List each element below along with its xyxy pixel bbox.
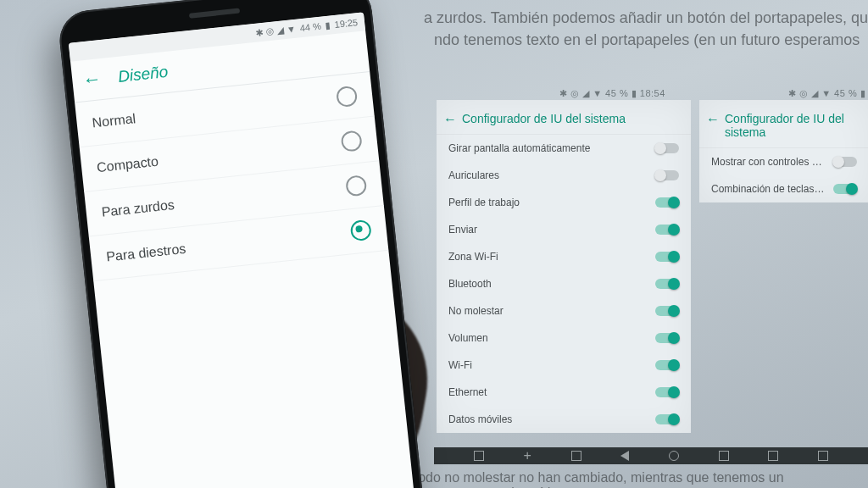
nav-square-icon bbox=[571, 451, 581, 461]
background-text-line: a zurdos. También podemos añadir un botó… bbox=[424, 7, 868, 30]
status-icons: ✱ ◎ ◢ ▼ bbox=[255, 23, 296, 38]
bg-row-label: Perfil de trabajo bbox=[448, 197, 655, 208]
toggle-switch[interactable] bbox=[833, 184, 857, 194]
radio-button[interactable] bbox=[345, 175, 367, 197]
toggle-switch[interactable] bbox=[655, 143, 679, 153]
bg-row-label: Ethernet bbox=[448, 386, 655, 398]
bg-toggle-row[interactable]: Auriculares bbox=[437, 162, 691, 189]
toggle-switch[interactable] bbox=[655, 414, 679, 424]
toggle-switch[interactable] bbox=[655, 333, 679, 343]
toggle-switch[interactable] bbox=[655, 252, 679, 262]
toggle-switch[interactable] bbox=[655, 387, 679, 397]
bg-toggle-row[interactable]: Bluetooth bbox=[437, 270, 691, 297]
bg-panel-header: ← Configurador de IU del sistema bbox=[699, 103, 868, 148]
bg-toggle-row[interactable]: Volumen bbox=[437, 324, 691, 352]
bg-toggle-row[interactable]: Perfil de trabajo bbox=[437, 189, 691, 216]
bg-panel-header: ← Configurador de IU del sistema bbox=[437, 103, 691, 135]
page-title: Diseño bbox=[117, 63, 169, 86]
phone-speaker bbox=[189, 8, 240, 19]
toggle-switch[interactable] bbox=[655, 197, 679, 208]
bg-row-label: Mostrar con controles de volumen bbox=[711, 156, 833, 168]
bg-toggle-row[interactable]: Wi-Fi bbox=[437, 352, 691, 379]
bg-row-label: No molestar bbox=[448, 305, 655, 317]
option-label: Para diestros bbox=[105, 241, 186, 265]
options-list: NormalCompactoPara zurdosPara diestros bbox=[75, 72, 388, 281]
toggle-switch[interactable] bbox=[655, 170, 679, 180]
bg-row-label: Datos móviles bbox=[448, 413, 655, 425]
bg-row-label: Enviar bbox=[448, 224, 655, 236]
background-text-line: imizar con un gesto los vídeos que tenga… bbox=[390, 483, 662, 488]
bg-toggle-row[interactable]: Mostrar con controles de volumen bbox=[699, 148, 868, 175]
bg-toggle-row[interactable]: Datos móviles bbox=[437, 406, 691, 433]
nav-home-icon bbox=[669, 451, 679, 461]
bg-row-label: Wi-Fi bbox=[448, 359, 655, 371]
option-label: Para zurdos bbox=[101, 197, 175, 220]
toggle-switch[interactable] bbox=[655, 225, 679, 235]
nav-square-icon bbox=[474, 451, 484, 461]
radio-button[interactable] bbox=[336, 86, 358, 108]
back-button[interactable]: ← bbox=[81, 68, 103, 92]
battery-percent: 44 % bbox=[299, 21, 321, 34]
bg-toggle-row[interactable]: No molestar bbox=[437, 297, 691, 324]
toggle-switch[interactable] bbox=[655, 306, 679, 316]
nav-square-icon bbox=[818, 451, 828, 461]
back-arrow-icon: ← bbox=[706, 112, 720, 127]
bg-statusbar-left: ✱ ◎ ◢ ▼ 45 % ▮ 18:54 bbox=[559, 88, 665, 99]
bg-toggle-row[interactable]: Enviar bbox=[437, 216, 691, 243]
background-text-line: ndo tenemos texto en el portapapeles (en… bbox=[434, 29, 860, 52]
back-arrow-icon: ← bbox=[443, 112, 457, 127]
bg-row-label: Combinación de teclas para los botones d… bbox=[711, 183, 833, 195]
bg-toggle-row[interactable]: Ethernet bbox=[437, 379, 691, 406]
nav-recent-icon bbox=[719, 451, 729, 461]
phone-device: ✱ ◎ ◢ ▼ 44 % ▮ 19:25 ← Diseño NormalComp… bbox=[57, 0, 426, 488]
scene: a zurdos. También podemos añadir un botó… bbox=[0, 0, 868, 488]
bg-toggle-row[interactable]: Zona Wi-Fi bbox=[437, 243, 691, 270]
bg-panel-title: Configurador de IU del sistema bbox=[725, 112, 844, 139]
battery-icon: ▮ bbox=[325, 19, 331, 31]
bg-row-label: Zona Wi-Fi bbox=[448, 251, 655, 263]
toggle-switch[interactable] bbox=[833, 157, 857, 167]
bg-panel-title: Configurador de IU del sistema bbox=[462, 112, 626, 125]
bg-row-label: Volumen bbox=[448, 332, 655, 344]
option-label: Compacto bbox=[96, 154, 159, 176]
bg-toggle-row[interactable]: Combinación de teclas para los botones d… bbox=[699, 175, 868, 202]
option-label: Normal bbox=[92, 111, 136, 130]
nav-back-icon bbox=[620, 451, 629, 461]
bg-settings-left: ← Configurador de IU del sistema Girar p… bbox=[437, 100, 691, 433]
bg-toggle-row[interactable]: Girar pantalla automáticamente bbox=[437, 135, 691, 162]
toggle-switch[interactable] bbox=[655, 360, 679, 370]
nav-square-icon bbox=[768, 451, 778, 461]
bg-row-label: Bluetooth bbox=[448, 278, 655, 290]
toggle-switch[interactable] bbox=[655, 279, 679, 289]
nav-plus-icon: + bbox=[523, 449, 531, 463]
radio-button[interactable] bbox=[340, 130, 362, 152]
bg-android-navbar: + bbox=[434, 447, 868, 464]
phone-screen: ✱ ◎ ◢ ▼ 44 % ▮ 19:25 ← Diseño NormalComp… bbox=[69, 12, 415, 488]
clock: 19:25 bbox=[334, 17, 359, 30]
bg-row-label: Auriculares bbox=[448, 169, 655, 181]
bg-settings-right: ← Configurador de IU del sistema Mostrar… bbox=[699, 100, 868, 202]
radio-button[interactable] bbox=[350, 219, 372, 241]
bg-row-label: Girar pantalla automáticamente bbox=[448, 142, 655, 154]
